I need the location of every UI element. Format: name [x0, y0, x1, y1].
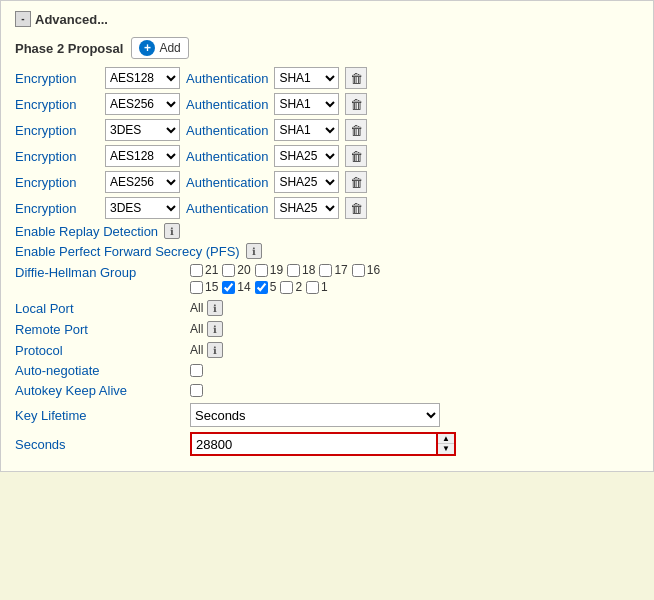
- enc-label-4: Encryption: [15, 175, 105, 190]
- trash-btn-3[interactable]: 🗑: [345, 145, 367, 167]
- replay-detection-label: Enable Replay Detection: [15, 224, 158, 239]
- enc-label-5: Encryption: [15, 201, 105, 216]
- replay-detection-info-icon[interactable]: ℹ: [164, 223, 180, 239]
- local-port-info-icon[interactable]: ℹ: [207, 300, 223, 316]
- auth-label-3: Authentication: [186, 149, 268, 164]
- auth-select-5[interactable]: SHA1SHA25SHA256MD5: [274, 197, 339, 219]
- enc-label-3: Encryption: [15, 149, 105, 164]
- seconds-spinner-up[interactable]: ▲: [438, 434, 454, 444]
- auto-negotiate-checkbox[interactable]: [190, 364, 203, 377]
- enc-select-0[interactable]: AES128AES2563DESAES192DES: [105, 67, 180, 89]
- enc-row-0: EncryptionAES128AES2563DESAES192DESAuthe…: [15, 67, 639, 89]
- auth-select-2[interactable]: SHA1SHA25SHA256MD5: [274, 119, 339, 141]
- dh-checkbox-16[interactable]: [352, 264, 365, 277]
- autokey-keep-alive-label: Autokey Keep Alive: [15, 383, 190, 398]
- pfs-row: Enable Perfect Forward Secrecy (PFS) ℹ: [15, 243, 639, 259]
- add-button-label: Add: [159, 41, 180, 55]
- dh-checkbox-19[interactable]: [255, 264, 268, 277]
- dh-group-section: Diffie-Hellman Group 212019181716 151452…: [15, 263, 639, 294]
- dh-item-18: 18: [287, 263, 315, 277]
- key-lifetime-row: Key Lifetime Seconds Minutes Hours Days: [15, 403, 639, 427]
- dh-checkbox-2[interactable]: [280, 281, 293, 294]
- auth-select-3[interactable]: SHA1SHA25SHA256MD5: [274, 145, 339, 167]
- auth-select-0[interactable]: SHA1SHA25SHA256MD5: [274, 67, 339, 89]
- dh-item-20: 20: [222, 263, 250, 277]
- dh-checkbox-1[interactable]: [306, 281, 319, 294]
- enc-select-3[interactable]: AES128AES2563DESAES192DES: [105, 145, 180, 167]
- trash-btn-5[interactable]: 🗑: [345, 197, 367, 219]
- remote-port-text: All: [190, 322, 203, 336]
- enc-row-3: EncryptionAES128AES2563DESAES192DESAuthe…: [15, 145, 639, 167]
- auto-negotiate-value: [190, 364, 203, 377]
- protocol-info-icon[interactable]: ℹ: [207, 342, 223, 358]
- dh-value-15: 15: [205, 280, 218, 294]
- dh-checkbox-20[interactable]: [222, 264, 235, 277]
- remote-port-info-icon[interactable]: ℹ: [207, 321, 223, 337]
- enc-row-5: EncryptionAES128AES2563DESAES192DESAuthe…: [15, 197, 639, 219]
- trash-btn-1[interactable]: 🗑: [345, 93, 367, 115]
- auth-select-4[interactable]: SHA1SHA25SHA256MD5: [274, 171, 339, 193]
- encryption-rows: EncryptionAES128AES2563DESAES192DESAuthe…: [15, 67, 639, 219]
- protocol-label: Protocol: [15, 343, 190, 358]
- enc-select-4[interactable]: AES128AES2563DESAES192DES: [105, 171, 180, 193]
- dh-item-19: 19: [255, 263, 283, 277]
- trash-btn-0[interactable]: 🗑: [345, 67, 367, 89]
- key-lifetime-select[interactable]: Seconds Minutes Hours Days: [190, 403, 440, 427]
- local-port-row: Local Port All ℹ: [15, 300, 639, 316]
- dh-value-18: 18: [302, 263, 315, 277]
- dh-item-16: 16: [352, 263, 380, 277]
- dh-value-14: 14: [237, 280, 250, 294]
- protocol-value: All ℹ: [190, 342, 223, 358]
- auth-label-4: Authentication: [186, 175, 268, 190]
- enc-row-2: EncryptionAES128AES2563DESAES192DESAuthe…: [15, 119, 639, 141]
- dh-item-2: 2: [280, 280, 302, 294]
- dh-checkbox-18[interactable]: [287, 264, 300, 277]
- dh-checkbox-17[interactable]: [319, 264, 332, 277]
- local-port-label: Local Port: [15, 301, 190, 316]
- dh-checkbox-15[interactable]: [190, 281, 203, 294]
- remote-port-value: All ℹ: [190, 321, 223, 337]
- dh-group-label: Diffie-Hellman Group: [15, 263, 190, 280]
- trash-btn-2[interactable]: 🗑: [345, 119, 367, 141]
- enc-label-0: Encryption: [15, 71, 105, 86]
- collapse-icon[interactable]: -: [15, 11, 31, 27]
- trash-btn-4[interactable]: 🗑: [345, 171, 367, 193]
- dh-value-21: 21: [205, 263, 218, 277]
- seconds-input-wrapper: ▲ ▼: [190, 432, 456, 456]
- pfs-label: Enable Perfect Forward Secrecy (PFS): [15, 244, 240, 259]
- enc-label-2: Encryption: [15, 123, 105, 138]
- auth-select-1[interactable]: SHA1SHA25SHA256MD5: [274, 93, 339, 115]
- autokey-keep-alive-checkbox[interactable]: [190, 384, 203, 397]
- auto-negotiate-row: Auto-negotiate: [15, 363, 639, 378]
- autokey-keep-alive-row: Autokey Keep Alive: [15, 383, 639, 398]
- protocol-text: All: [190, 343, 203, 357]
- autokey-keep-alive-value: [190, 384, 203, 397]
- dh-item-14: 14: [222, 280, 250, 294]
- dh-row2: 1514521: [190, 280, 380, 294]
- enc-select-5[interactable]: AES128AES2563DESAES192DES: [105, 197, 180, 219]
- pfs-info-icon[interactable]: ℹ: [246, 243, 262, 259]
- dh-checkbox-21[interactable]: [190, 264, 203, 277]
- dh-value-19: 19: [270, 263, 283, 277]
- enc-select-1[interactable]: AES128AES2563DESAES192DES: [105, 93, 180, 115]
- seconds-label: Seconds: [15, 437, 190, 452]
- enc-select-2[interactable]: AES128AES2563DESAES192DES: [105, 119, 180, 141]
- local-port-value: All ℹ: [190, 300, 223, 316]
- phase2-header: Phase 2 Proposal + Add: [15, 37, 639, 59]
- auth-label-2: Authentication: [186, 123, 268, 138]
- advanced-title: Advanced...: [35, 12, 108, 27]
- enc-row-1: EncryptionAES128AES2563DESAES192DESAuthe…: [15, 93, 639, 115]
- dh-item-15: 15: [190, 280, 218, 294]
- local-port-text: All: [190, 301, 203, 315]
- add-button[interactable]: + Add: [131, 37, 188, 59]
- seconds-spinner-down[interactable]: ▼: [438, 444, 454, 454]
- seconds-input[interactable]: [190, 432, 438, 456]
- dh-checkbox-14[interactable]: [222, 281, 235, 294]
- enc-row-4: EncryptionAES128AES2563DESAES192DESAuthe…: [15, 171, 639, 193]
- dh-value-20: 20: [237, 263, 250, 277]
- dh-value-2: 2: [295, 280, 302, 294]
- enc-label-1: Encryption: [15, 97, 105, 112]
- dh-checkbox-5[interactable]: [255, 281, 268, 294]
- auth-label-0: Authentication: [186, 71, 268, 86]
- advanced-panel: - Advanced... Phase 2 Proposal + Add Enc…: [0, 0, 654, 472]
